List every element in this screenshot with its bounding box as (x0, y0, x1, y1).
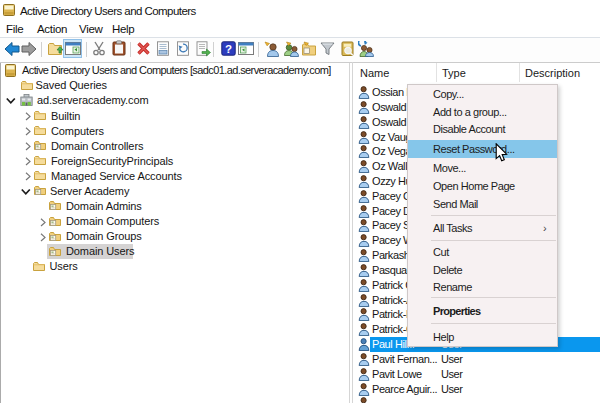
svg-text:?: ? (225, 43, 232, 55)
